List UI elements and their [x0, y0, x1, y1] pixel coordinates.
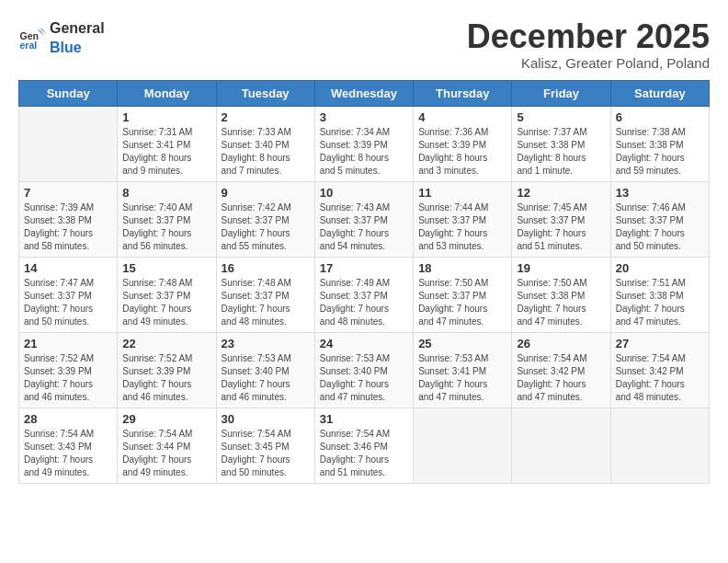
calendar-cell: 13Sunrise: 7:46 AMSunset: 3:37 PMDayligh…	[610, 181, 709, 257]
day-number: 18	[418, 261, 506, 275]
day-number: 23	[222, 337, 310, 350]
day-info: Sunrise: 7:42 AMSunset: 3:37 PMDaylight:…	[222, 201, 310, 253]
day-info: Sunrise: 7:33 AMSunset: 3:40 PMDaylight:…	[222, 126, 310, 178]
day-info: Sunrise: 7:40 AMSunset: 3:37 PMDaylight:…	[122, 201, 210, 253]
calendar-cell: 17Sunrise: 7:49 AMSunset: 3:37 PMDayligh…	[314, 257, 413, 332]
calendar-cell: 24Sunrise: 7:53 AMSunset: 3:40 PMDayligh…	[314, 332, 413, 408]
location: Kalisz, Greater Poland, Poland	[467, 55, 710, 71]
day-number: 4	[418, 110, 506, 124]
day-number: 14	[24, 261, 112, 275]
calendar-cell: 31Sunrise: 7:54 AMSunset: 3:46 PMDayligh…	[314, 408, 413, 483]
day-info: Sunrise: 7:54 AMSunset: 3:45 PMDaylight:…	[222, 428, 310, 479]
calendar-cell: 26Sunrise: 7:54 AMSunset: 3:42 PMDayligh…	[512, 332, 610, 408]
calendar-cell	[512, 408, 610, 483]
day-number: 6	[616, 110, 704, 124]
day-number: 9	[222, 186, 310, 200]
calendar-cell: 15Sunrise: 7:48 AMSunset: 3:37 PMDayligh…	[118, 257, 216, 332]
calendar-cell: 3Sunrise: 7:34 AMSunset: 3:39 PMDaylight…	[314, 106, 413, 181]
calendar-cell: 20Sunrise: 7:51 AMSunset: 3:38 PMDayligh…	[610, 257, 709, 332]
calendar-cell	[19, 106, 118, 181]
calendar-cell: 30Sunrise: 7:54 AMSunset: 3:45 PMDayligh…	[216, 408, 314, 483]
calendar-cell: 25Sunrise: 7:53 AMSunset: 3:41 PMDayligh…	[414, 332, 512, 408]
day-number: 20	[616, 261, 704, 275]
day-info: Sunrise: 7:31 AMSunset: 3:41 PMDaylight:…	[122, 126, 210, 178]
calendar-cell: 19Sunrise: 7:50 AMSunset: 3:38 PMDayligh…	[512, 257, 610, 332]
calendar-cell: 22Sunrise: 7:52 AMSunset: 3:39 PMDayligh…	[118, 332, 216, 408]
day-info: Sunrise: 7:49 AMSunset: 3:37 PMDaylight:…	[320, 277, 408, 328]
day-info: Sunrise: 7:53 AMSunset: 3:41 PMDaylight:…	[418, 352, 506, 404]
page-header: Gen eral General Blue December 2025 Kali…	[18, 18, 710, 71]
calendar-cell: 8Sunrise: 7:40 AMSunset: 3:37 PMDaylight…	[118, 181, 216, 257]
calendar-cell: 1Sunrise: 7:31 AMSunset: 3:41 PMDaylight…	[118, 106, 216, 181]
day-info: Sunrise: 7:53 AMSunset: 3:40 PMDaylight:…	[320, 352, 408, 404]
title-block: December 2025 Kalisz, Greater Poland, Po…	[467, 18, 710, 71]
day-number: 26	[517, 337, 605, 350]
calendar-cell: 10Sunrise: 7:43 AMSunset: 3:37 PMDayligh…	[314, 181, 413, 257]
calendar-cell: 16Sunrise: 7:48 AMSunset: 3:37 PMDayligh…	[216, 257, 314, 332]
day-number: 30	[222, 412, 310, 426]
day-info: Sunrise: 7:43 AMSunset: 3:37 PMDaylight:…	[320, 201, 408, 253]
day-info: Sunrise: 7:37 AMSunset: 3:38 PMDaylight:…	[517, 126, 605, 178]
day-number: 21	[24, 337, 112, 350]
day-number: 5	[517, 110, 605, 124]
calendar-week-1: 1Sunrise: 7:31 AMSunset: 3:41 PMDaylight…	[19, 106, 710, 181]
calendar-cell: 7Sunrise: 7:39 AMSunset: 3:38 PMDaylight…	[19, 181, 118, 257]
day-number: 25	[418, 337, 506, 350]
day-info: Sunrise: 7:44 AMSunset: 3:37 PMDaylight:…	[418, 201, 506, 253]
weekday-header-saturday: Saturday	[610, 80, 709, 106]
day-number: 2	[222, 110, 310, 124]
day-info: Sunrise: 7:36 AMSunset: 3:39 PMDaylight:…	[418, 126, 506, 178]
calendar-cell: 28Sunrise: 7:54 AMSunset: 3:43 PMDayligh…	[19, 408, 118, 483]
calendar-table: SundayMondayTuesdayWednesdayThursdayFrid…	[18, 80, 710, 484]
day-number: 7	[24, 186, 112, 200]
day-number: 13	[616, 186, 704, 200]
day-number: 24	[320, 337, 408, 350]
day-number: 29	[122, 412, 210, 426]
weekday-header-sunday: Sunday	[19, 80, 118, 106]
calendar-cell: 11Sunrise: 7:44 AMSunset: 3:37 PMDayligh…	[414, 181, 512, 257]
logo-general: General	[50, 20, 105, 36]
day-info: Sunrise: 7:52 AMSunset: 3:39 PMDaylight:…	[122, 352, 210, 404]
weekday-header-tuesday: Tuesday	[216, 80, 314, 106]
calendar-cell: 6Sunrise: 7:38 AMSunset: 3:38 PMDaylight…	[610, 106, 709, 181]
calendar-cell: 18Sunrise: 7:50 AMSunset: 3:37 PMDayligh…	[414, 257, 512, 332]
day-number: 27	[616, 337, 704, 350]
weekday-header-wednesday: Wednesday	[314, 80, 413, 106]
day-number: 10	[320, 186, 408, 200]
day-info: Sunrise: 7:46 AMSunset: 3:37 PMDaylight:…	[616, 201, 704, 253]
day-info: Sunrise: 7:39 AMSunset: 3:38 PMDaylight:…	[24, 201, 112, 253]
day-info: Sunrise: 7:45 AMSunset: 3:37 PMDaylight:…	[517, 201, 605, 253]
calendar-cell: 21Sunrise: 7:52 AMSunset: 3:39 PMDayligh…	[19, 332, 118, 408]
day-info: Sunrise: 7:47 AMSunset: 3:37 PMDaylight:…	[24, 277, 112, 328]
day-info: Sunrise: 7:38 AMSunset: 3:38 PMDaylight:…	[616, 126, 704, 178]
calendar-cell: 2Sunrise: 7:33 AMSunset: 3:40 PMDaylight…	[216, 106, 314, 181]
day-number: 3	[320, 110, 408, 124]
day-number: 22	[122, 337, 210, 350]
day-info: Sunrise: 7:48 AMSunset: 3:37 PMDaylight:…	[122, 277, 210, 328]
day-info: Sunrise: 7:48 AMSunset: 3:37 PMDaylight:…	[222, 277, 310, 328]
logo-icon: Gen eral	[18, 24, 46, 52]
calendar-cell: 12Sunrise: 7:45 AMSunset: 3:37 PMDayligh…	[512, 181, 610, 257]
day-info: Sunrise: 7:54 AMSunset: 3:44 PMDaylight:…	[122, 428, 210, 479]
day-number: 19	[517, 261, 605, 275]
calendar-cell: 23Sunrise: 7:53 AMSunset: 3:40 PMDayligh…	[216, 332, 314, 408]
weekday-header-row: SundayMondayTuesdayWednesdayThursdayFrid…	[19, 80, 710, 106]
month-title: December 2025	[467, 18, 710, 55]
logo-blue: Blue	[50, 40, 82, 55]
day-info: Sunrise: 7:50 AMSunset: 3:37 PMDaylight:…	[418, 277, 506, 328]
day-number: 11	[418, 186, 506, 200]
day-number: 16	[222, 261, 310, 275]
calendar-cell	[414, 408, 512, 483]
calendar-week-4: 21Sunrise: 7:52 AMSunset: 3:39 PMDayligh…	[19, 332, 710, 408]
day-number: 28	[24, 412, 112, 426]
calendar-cell	[610, 408, 709, 483]
svg-text:eral: eral	[20, 40, 38, 51]
day-info: Sunrise: 7:51 AMSunset: 3:38 PMDaylight:…	[616, 277, 704, 328]
day-number: 15	[122, 261, 210, 275]
day-info: Sunrise: 7:54 AMSunset: 3:43 PMDaylight:…	[24, 428, 112, 479]
day-info: Sunrise: 7:53 AMSunset: 3:40 PMDaylight:…	[222, 352, 310, 404]
day-number: 17	[320, 261, 408, 275]
day-number: 31	[320, 412, 408, 426]
calendar-cell: 29Sunrise: 7:54 AMSunset: 3:44 PMDayligh…	[118, 408, 216, 483]
day-info: Sunrise: 7:52 AMSunset: 3:39 PMDaylight:…	[24, 352, 112, 404]
